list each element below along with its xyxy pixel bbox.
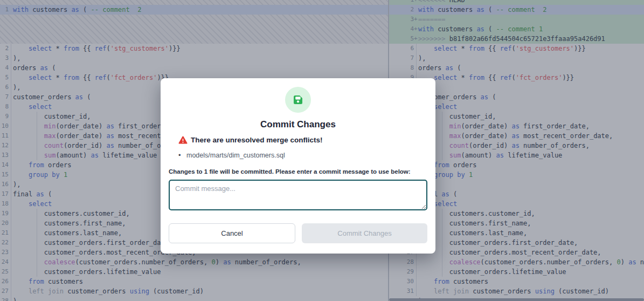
commit-changes-modal: Commit Changes There are unresolved merg…	[161, 78, 435, 254]
save-icon-badge	[285, 87, 311, 113]
warning-text: There are unresolved merge conflicts!	[191, 136, 323, 144]
modal-footer: Cancel Commit Changes	[169, 223, 427, 243]
commit-message-input[interactable]	[169, 180, 427, 210]
commit-changes-button[interactable]: Commit Changes	[302, 223, 427, 243]
commit-message-label: Changes to 1 file will be committed. Ple…	[169, 168, 427, 175]
modal-title: Commit Changes	[169, 119, 427, 130]
floppy-disk-icon	[292, 93, 304, 106]
conflict-file-name: models/marts/dim_customers.sql	[186, 152, 285, 159]
warning-icon	[178, 136, 188, 144]
merge-conflict-warning: There are unresolved merge conflicts!	[169, 136, 427, 144]
cancel-button[interactable]: Cancel	[169, 223, 295, 243]
ide-screen: 1with customers as ( -- comment 22 selec…	[0, 0, 644, 301]
conflict-file-item: • models/marts/dim_customers.sql	[169, 151, 427, 159]
bullet-icon: •	[178, 151, 186, 159]
